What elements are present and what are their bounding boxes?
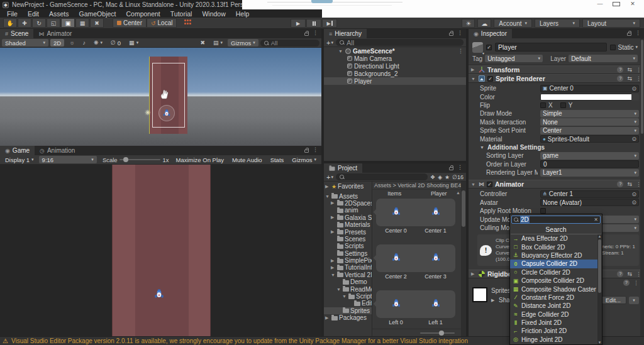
lock-icon[interactable] [627,33,631,36]
project-tree-item-galaxia-spri[interactable]: ▶Galaxia Spri [324,214,372,221]
scene-lighting-button[interactable]: ☼ [66,39,77,47]
foldout-arrow-icon[interactable]: ▼ [471,182,476,187]
lock-icon[interactable] [449,33,453,36]
avatar-object-field[interactable]: None (Avatar)⊙ [540,199,639,206]
foldout-arrow-icon[interactable]: ▶ [331,200,336,205]
project-tree-item-assets[interactable]: ▼Assets [324,192,372,199]
status-message[interactable]: Visual Studio Editor Package version 2.0… [11,337,468,344]
panel-menu-icon[interactable]: ⋮ [311,29,321,38]
tool-settings-button[interactable]: ✖ [197,39,208,47]
tab-animator[interactable]: ⋈ Animator [33,29,77,38]
hierarchy-scene-row[interactable]: ▼ GameScence* ⋮ [324,47,466,55]
light-gizmo-icon[interactable]: ✳ [145,109,150,117]
panel-menu-icon[interactable]: ⋮ [311,146,321,155]
presets-icon[interactable]: ⇆ [627,75,632,82]
hierarchy-search-input[interactable]: All [336,39,464,46]
shader-edit-button[interactable]: Edit... [600,296,626,304]
scene-audio-button[interactable]: ♪ [79,39,89,47]
custom-tool-button[interactable]: ✖ [90,18,104,28]
component-item-composite-shadow-caster-2d-exp[interactable]: ▦Composite Shadow Caster 2D (Exp [510,285,599,293]
component-item-box-collider-2d[interactable]: □Box Collider 2D [510,243,599,251]
player-sprite-scene[interactable] [162,109,171,119]
2d-toggle-button[interactable]: 2D [50,39,64,47]
gameobject-cube-icon[interactable] [472,42,483,53]
scale-slider[interactable] [119,159,161,160]
help-icon[interactable]: ? [617,75,623,82]
play-button[interactable]: ▶ [291,19,306,28]
flip-y-checkbox[interactable] [560,102,566,108]
presets-icon[interactable]: ⇆ [627,181,632,187]
foldout-arrow-icon[interactable]: ▶ [325,184,330,189]
scene-visibility-button[interactable]: ∅0 [108,39,124,47]
clear-search-icon[interactable]: ✕ [594,217,598,222]
menu-edit[interactable]: Edit [23,10,43,18]
menu-file[interactable]: File [3,10,22,18]
static-checkbox[interactable] [610,45,616,50]
popup-search-input[interactable]: 2D ✕ [511,216,601,224]
animator-header[interactable]: ▼ ⋈ ✓ Animator ? ⇆ ⋮ [469,180,644,189]
project-tree-item-scripts[interactable]: Scripts [324,243,372,249]
account-dropdown[interactable]: Account▾ [494,19,532,28]
component-item-edge-collider-2d[interactable]: ≈Edge Collider 2D [510,310,599,319]
tab-project[interactable]: Project [324,163,362,173]
hierarchy-item-player[interactable]: Player [324,77,466,85]
root-motion-checkbox[interactable] [540,208,546,214]
project-tree-item-demo[interactable]: Demo [324,278,372,285]
hidden-count-icon[interactable]: ∅16 [452,174,464,180]
create-object-button[interactable]: +▾ [326,39,333,47]
rotate-tool-button[interactable]: ↻ [32,18,46,28]
close-button[interactable]: ✕ [629,1,636,8]
help-icon[interactable]: ? [617,181,623,187]
project-tree-item-anim[interactable]: anim [324,207,372,214]
sprite-sheet-group[interactable] [376,290,455,318]
order-in-layer-field[interactable]: 0 [540,160,639,168]
project-tree-item-vertical-2d[interactable]: ▼Vertical 2D [324,271,372,278]
foldout-arrow-icon[interactable]: ▶ [331,229,336,234]
foldout-arrow-icon[interactable]: ▼ [471,77,476,81]
lock-icon[interactable] [304,33,309,36]
active-checkbox[interactable]: ✓ [486,45,492,50]
tab-game[interactable]: ◉ Game [0,146,35,155]
inspector-scrollbar[interactable] [640,38,644,336]
panel-menu-icon[interactable]: ⋮ [634,29,644,38]
component-item-hinge-joint-2d[interactable]: ◎Hinge Joint 2D [510,336,599,344]
project-scrollbar[interactable] [461,182,466,336]
menu-window[interactable]: Window [197,10,230,18]
foldout-arrow-icon[interactable]: ▶ [491,298,496,303]
create-asset-button[interactable]: +▾ [326,173,333,181]
component-item-friction-joint-2d[interactable]: ⌐Friction Joint 2D [510,327,599,335]
gameobject-name-field[interactable]: Player [495,43,607,52]
project-tree-item-sprites[interactable]: Sprites [324,307,372,314]
material-object-field[interactable]: ●Sprites-Default⊙ [540,135,639,143]
object-picker-icon[interactable]: ⊙ [631,191,636,197]
scroll-up-icon[interactable]: ▲ [597,234,602,238]
grid-visibility-dropdown[interactable]: ▦▾ [126,39,142,47]
component-item-circle-collider-2d[interactable]: ○Circle Collider 2D [510,268,599,277]
sprite-thumbnail[interactable] [416,290,455,318]
sprite-sheet-group[interactable] [376,199,455,226]
pause-button[interactable] [306,19,321,28]
project-tree-item-editor[interactable]: Editor [324,300,372,307]
component-item-composite-collider-2d[interactable]: ▣Composite Collider 2D [510,277,599,285]
project-tree-item-scripts[interactable]: ▼Scripts [324,293,372,300]
transform-component-header[interactable]: ▶ Transform ? ⇆ ⋮ [469,65,644,74]
sort-point-dropdown[interactable]: Center▾ [540,127,639,134]
menu-gameobject[interactable]: GameObject [75,10,121,18]
presets-icon[interactable]: ⇆ [627,67,632,73]
foldout-arrow-icon[interactable]: ▶ [325,315,330,320]
foldout-arrow-icon[interactable]: ▶ [331,258,336,263]
game-gizmos-dropdown[interactable]: Gizmos▾ [289,156,319,163]
foldout-arrow-icon[interactable]: ▶ [471,271,476,277]
lock-icon[interactable] [304,150,309,153]
project-tree-item-presets[interactable]: ▶Presets [324,228,372,235]
stats-button[interactable]: Stats [267,156,287,163]
transform-tool-button[interactable]: ▦ [75,18,89,28]
scene-viewport[interactable]: ✳ [0,48,321,146]
sprite-sheet-group[interactable] [376,244,455,272]
component-item-distance-joint-2d[interactable]: ✎Distance Joint 2D [510,302,599,310]
project-tree-item-simplepixel[interactable]: ▶SimplePixel [324,257,372,264]
sprite-thumbnail[interactable] [376,199,416,226]
menu-assets[interactable]: Assets [45,10,74,18]
tab-scene[interactable]: # Scene [0,29,33,38]
foldout-arrow-icon[interactable]: ▼ [336,287,341,292]
